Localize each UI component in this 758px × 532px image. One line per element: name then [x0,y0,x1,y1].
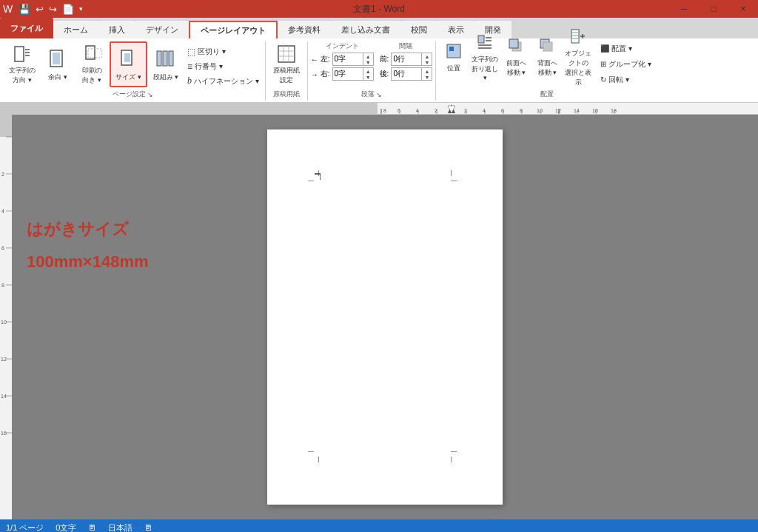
tab-page-layout[interactable]: ページレイアウト [189,21,278,38]
svg-rect-10 [157,51,161,66]
indent-label: インデント [311,41,374,51]
margins-btn[interactable]: 余白 ▾ [41,41,74,87]
paragraph-label-text: 段落 [361,90,375,99]
minimize-btn[interactable]: ─ [669,0,699,18]
spacing-before-down[interactable]: ▼ [421,59,432,65]
tab-design[interactable]: デザイン [135,21,189,38]
maximize-btn[interactable]: □ [699,0,728,18]
spacing-before-arrows: ▲ ▼ [421,53,432,65]
svg-text:8: 8 [520,108,523,113]
svg-text:4: 4 [1,209,4,214]
breaks-btn[interactable]: ⬚ 区切り ▾ [184,44,262,58]
columns-btn[interactable]: 段組み ▾ [149,41,184,87]
svg-text:2: 2 [435,108,437,113]
tab-references[interactable]: 参考資料 [278,21,331,38]
status-bar: 1/1 ページ 0文字 🖹 日本語 🖹 [0,519,758,532]
spacing-controls: 間隔 前: ▲ ▼ 後: [380,41,433,81]
text-direction-btn[interactable]: 文字列の方向 ▾ [4,41,40,87]
wrap-text-btn[interactable]: 文字列の折り返し ▾ [470,41,500,74]
svg-rect-20 [478,36,484,43]
spacing-after-up[interactable]: ▲ [421,68,432,74]
svg-text:8: 8 [1,283,4,288]
svg-text:10: 10 [537,108,543,113]
svg-rect-6 [86,46,95,59]
svg-rect-32 [572,38,578,39]
main-area: 2 4 6 8 10 12 14 16 はがきサイズ 100mm×148mm [0,115,758,519]
orientation-btn[interactable]: 印刷の向き ▾ [76,41,108,87]
rotate-btn[interactable]: ↻ 回転 ▾ [597,73,654,87]
new-qat-btn[interactable]: 📄 [60,2,76,16]
margins-label: 余白 ▾ [48,73,67,82]
window-controls: ─ □ × [669,0,758,18]
redo-qat-btn[interactable]: ↪ [47,2,59,16]
svg-rect-13 [278,46,295,62]
spacing-before-label: 前: [380,54,389,64]
qat-dropdown[interactable]: ▾ [77,4,85,14]
svg-rect-12 [169,51,173,66]
indent-right-up[interactable]: ▲ [363,68,373,74]
tab-file[interactable]: ファイル [0,18,53,38]
spacing-after-down[interactable]: ▼ [421,74,432,80]
manuscript-group: 原稿用紙設定 原稿用紙 [266,41,308,101]
page-setup-small-btns: ⬚ 区切り ▾ ≡ 行番号 ▾ b ハイフネーション ▾ [184,44,262,88]
hyphenation-btn[interactable]: b ハイフネーション ▾ [184,74,262,88]
group-btn[interactable]: ⊞ グループ化 ▾ [597,57,654,71]
size-btn[interactable]: サイズ ▾ [110,41,147,87]
bring-forward-btn[interactable]: 前面へ移動 ▾ [501,41,531,74]
indent-left-input[interactable] [333,53,363,65]
bring-forward-icon [508,38,524,58]
align-btn[interactable]: ⬛ 配置 ▾ [597,41,654,55]
svg-rect-31 [572,35,578,36]
svg-rect-0 [15,47,24,61]
paragraph-expand[interactable]: ↘ [376,91,382,98]
indent-left-label: 左: [321,54,330,64]
language[interactable]: 日本語 [108,522,133,533]
indent-right-field[interactable]: ▲ ▼ [332,67,374,81]
spacing-before-up[interactable]: ▲ [421,53,432,59]
send-backward-btn[interactable]: 背面へ移動 ▾ [532,41,562,74]
spacing-after-field[interactable]: ▲ ▼ [391,67,432,81]
group-icon: ⊞ [600,60,606,68]
align-label: 配置 ▾ [611,44,632,54]
tab-view[interactable]: 表示 [437,21,474,38]
page-setup-expand[interactable]: ↘ [147,91,153,98]
hyphenation-icon: b [187,75,192,87]
spacing-after-label: 後: [380,69,389,79]
position-btn[interactable]: 位置 [439,41,469,74]
spacing-before-field[interactable]: ▲ ▼ [391,53,432,66]
spell-check-icon[interactable]: 🖹 [88,523,96,532]
indent-right-down[interactable]: ▼ [363,74,373,80]
indent-right-input[interactable] [333,68,363,80]
record-macro-icon: 🖹 [144,523,152,532]
position-icon [446,43,462,63]
indent-left-up[interactable]: ▲ [363,53,373,59]
indent-left-arrows: ▲ ▼ [363,53,373,65]
line-numbers-btn[interactable]: ≡ 行番号 ▾ [184,59,262,73]
close-btn[interactable]: × [728,0,758,18]
ribbon-content: 文字列の方向 ▾ 余白 ▾ 印刷の向き ▾ [0,38,758,103]
save-qat-btn[interactable]: 💾 [16,2,33,16]
document-page[interactable] [267,129,503,505]
indent-left-down[interactable]: ▼ [363,59,373,65]
vertical-ruler: 2 4 6 8 10 12 14 16 [0,115,12,519]
paragraph-controls: インデント ← 左: ▲ ▼ → [311,41,433,88]
svg-rect-19 [449,47,454,51]
svg-text:18: 18 [611,108,617,113]
document-area[interactable]: はがきサイズ 100mm×148mm [12,115,758,519]
tab-mailings[interactable]: 差し込み文書 [331,21,400,38]
manuscript-label: 原稿用紙設定 [273,66,300,85]
undo-qat-btn[interactable]: ↩ [33,2,46,16]
breaks-label: 区切り ▾ [198,47,226,57]
tab-insert[interactable]: 挿入 [98,21,135,38]
arrange-content: 位置 文字列の折り返し ▾ [439,41,654,88]
selection-pane-icon [570,28,586,48]
manuscript-icon [275,44,298,64]
indent-left-field[interactable]: ▲ ▼ [332,53,374,66]
selection-pane-btn[interactable]: オブジェクトの選択と表示 [563,41,593,74]
spacing-after-input[interactable] [392,68,421,80]
tab-home[interactable]: ホーム [53,21,98,38]
spacing-before-input[interactable] [392,53,421,65]
tab-review[interactable]: 校閲 [400,21,437,38]
ruler-marks: 8 6 4 2 2 4 6 8 10 12 14 16 18 [378,103,758,115]
manuscript-settings-btn[interactable]: 原稿用紙設定 [269,41,304,87]
